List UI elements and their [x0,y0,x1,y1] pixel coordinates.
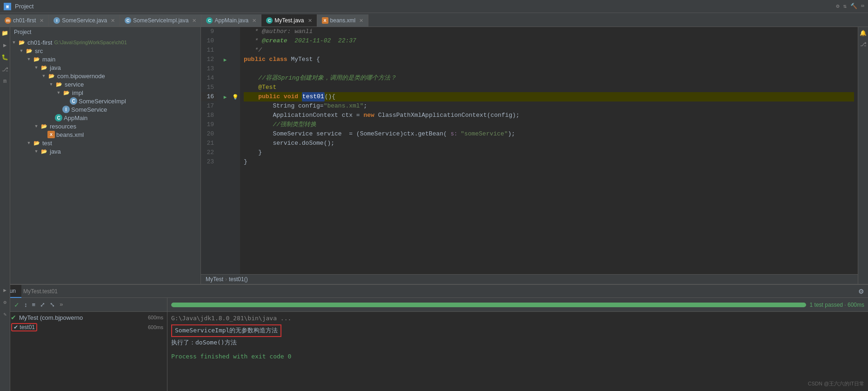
tree-arrow-test-java[interactable] [33,149,40,154]
run-check-box-test01: ✔ test01 [11,323,37,331]
run-tool-icon[interactable]: ▶ [1,41,9,49]
tree-item-resources[interactable]: 📂 resources [10,122,200,130]
breadcrumb: MyTest › test01() [201,274,858,284]
tree-item-impl[interactable]: 📂 impl [10,88,200,97]
tab-label-someserviceimpl: SomeServiceImpl.java [133,17,188,24]
tree-arrow-test[interactable] [25,141,33,145]
tab-close-appmain[interactable]: ✕ [252,18,256,24]
bottom-icon-3[interactable]: ✎ [1,310,9,318]
bg-11 [231,46,240,55]
ln-21: 21 [201,139,217,148]
tab-close-beans[interactable]: ✕ [359,18,363,24]
gutter-9 [220,27,231,36]
bottom-panel: Run MyTest.test01 ⚙ ▶ ✓ ↕ ≡ ⤢ ⤡ » ✔ [0,284,868,391]
breadcrumb-test01[interactable]: test01() [229,276,248,283]
tab-someserviceimpl[interactable]: C SomeServiceImpl.java ✕ [120,14,201,27]
tree-label-resources: resources [50,123,76,130]
bg-10 [231,36,240,46]
tree-arrow-service[interactable] [47,82,55,87]
breadcrumb-mytest[interactable]: MyTest [206,276,223,283]
maven-tool-icon[interactable]: m [1,77,9,86]
run-expand-button[interactable]: ⤢ [38,300,47,309]
code-line-22: } [244,148,854,157]
run-item-mytest[interactable]: ✔ MyTest (com.bjpowerno 600ms [0,313,167,322]
ln-20: 20 [201,129,217,139]
run-filter-button[interactable]: ≡ [30,300,38,309]
git-tool-icon[interactable]: ⎇ [1,65,9,74]
ln-22: 22 [201,148,217,157]
tab-label-beans: beans.xml [330,17,356,24]
tab-beansxml[interactable]: X beans.xml ✕ [317,14,369,27]
gutter-12[interactable]: ▶ [220,55,231,64]
progress-bar-container [171,303,806,307]
tree-item-src[interactable]: 📂 src [10,47,200,55]
editor-content[interactable]: 9 10 11 12 13 14 15 16 17 18 19 20 21 22… [201,27,858,274]
tree-item-package[interactable]: 📂 com.bipowernode [10,72,200,80]
tab-close-someserviceimpl[interactable]: ✕ [192,18,196,24]
run-subitem-test01[interactable]: ✔ test01 600ms [0,322,167,332]
tree-arrow-package[interactable] [40,74,47,78]
tree-label-src: src [35,47,43,54]
tree-arrow-ch01[interactable] [10,40,18,45]
tree-folder-icon-impl: 📂 [62,89,71,96]
tab-close-someservice[interactable]: ✕ [111,18,115,24]
tab-ch01-first[interactable]: m ch01-first ✕ [0,14,49,27]
title-bar-text: Project [15,3,33,10]
bottom-tab-right: ⚙ [858,288,868,295]
git-right-icon[interactable]: ⎇ [859,40,868,48]
run-arrow-icon[interactable]: ▶ [224,94,227,100]
tree-arrow-main[interactable] [25,57,33,61]
gutter: ▶ ▶ [220,27,231,274]
run-collapse-button[interactable]: ⤡ [48,300,57,309]
tree-label-beansxml: beans.xml [56,131,84,138]
tree-item-appmain[interactable]: C AppMain [10,114,200,122]
tree-item-test[interactable]: 📂 test [10,139,200,147]
tab-appmain[interactable]: C AppMain.java ✕ [201,14,261,27]
terminal-icon[interactable]: ⌨ [861,3,864,10]
project-tool-icon[interactable]: 📁 [1,29,9,37]
tree-arrow-resources[interactable] [33,124,40,128]
bg-16-bulb[interactable]: 💡 [231,92,240,101]
bottom-gear-button[interactable]: ⚙ [858,288,864,295]
debug-tool-icon[interactable]: 🐛 [1,53,9,61]
title-bar: ▣ Project ⚙ ⇅ 🔨 ⌨ [0,0,868,13]
breadcrumb-sep1: › [225,276,227,283]
ln-12: 12 [201,55,217,64]
tree-path-ch01: G:\Java\SpringWorkSpace\ch01 [54,40,127,45]
tree-item-ch01[interactable]: 📂 ch01-first G:\Java\SpringWorkSpace\ch0… [10,38,200,47]
code-line-13 [244,64,854,74]
tree-item-test-java[interactable]: 📂 java [10,147,200,155]
tree-item-beansxml[interactable]: X beans.xml [10,130,200,139]
tree-arrow-java[interactable] [33,65,40,70]
tree-arrow-src[interactable] [18,48,25,53]
tree-icon-someserviceimpl: C [70,97,77,105]
notifications-icon[interactable]: 🔔 [859,29,868,37]
bg-18 [231,111,240,120]
tree-item-main[interactable]: 📂 main [10,55,200,63]
vcs-icon[interactable]: ⇅ [843,3,847,10]
tab-icon-someserviceimpl: C [125,17,131,24]
run-sort-button[interactable]: ↕ [22,300,29,309]
sidebar: Project 📂 ch01-first G:\Java\SpringWorkS… [10,27,201,284]
bg-21 [231,139,240,148]
code-line-15: @Test [244,83,854,92]
settings-icon[interactable]: ⚙ [836,3,839,10]
tree-item-service[interactable]: 📂 service [10,80,200,88]
tree-item-someserviceimpl[interactable]: C SomeServiceImpl [10,97,200,105]
tab-close-ch01[interactable]: ✕ [40,18,44,24]
gutter-16[interactable]: ▶ [220,92,231,101]
code-area[interactable]: * @author: wanli * @create 2021-11-02 22… [240,27,858,274]
bottom-icon-2[interactable]: ⚙ [1,298,9,306]
build-icon[interactable]: 🔨 [850,3,857,10]
tab-close-mytest[interactable]: ✕ [308,18,312,24]
tree-arrow-impl[interactable] [55,90,62,95]
tree-item-someservice[interactable]: I SomeService [10,105,200,114]
gutter-21 [220,139,231,148]
title-bar-controls: ⚙ ⇅ 🔨 ⌨ [836,3,864,10]
code-line-18: ApplicationContext ctx = new ClassPathXm… [244,111,854,120]
run-check-button[interactable]: ✓ [12,300,21,310]
tab-mytest[interactable]: C MyTest.java ✕ [261,14,317,27]
tab-someservice[interactable]: I SomeService.java ✕ [49,14,120,27]
tree-item-java[interactable]: 📂 java [10,63,200,72]
bottom-tabs: Run MyTest.test01 ⚙ [0,285,868,298]
